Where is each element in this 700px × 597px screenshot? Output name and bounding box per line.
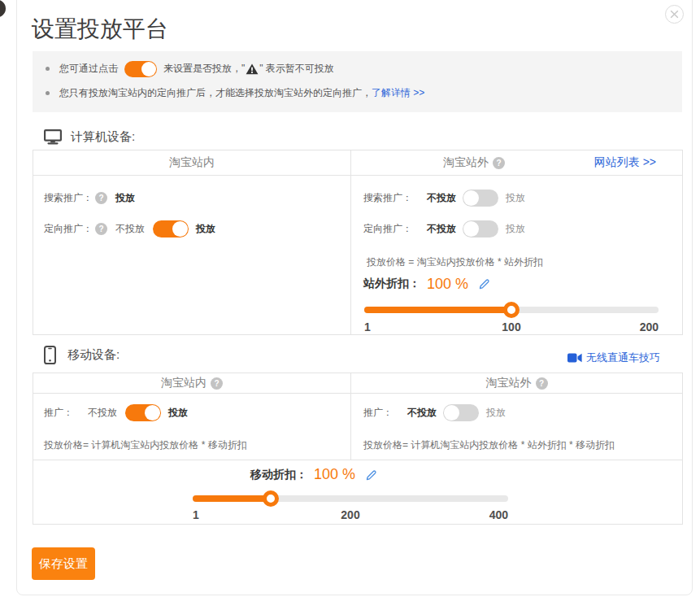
toggle-knob [145,405,160,421]
discount-value: 100 % [314,466,355,483]
header-label-wrap: 淘宝站外 ? [351,150,597,175]
offsite-discount-row: 站外折扣： 100 % [363,273,490,294]
mobile-section-label: 移动设备: [67,347,120,363]
mobile-offsite-header: 淘宝站外 ? [350,373,682,393]
toggle-knob [141,62,156,76]
help-bubble-icon [0,0,8,20]
mobile-section-header: 移动设备: [44,345,120,364]
discount-label: 移动折扣： [250,468,307,482]
toggle-knob [444,405,459,421]
site-list-link[interactable]: 网站列表 >> [594,155,656,170]
slider-knob[interactable] [263,490,279,507]
slider-knob[interactable] [503,302,520,318]
notice-line-2: 您只有投放淘宝站内的定向推广后，才能选择投放淘宝站外的定向推广， 了解详情 >> [46,83,682,103]
toggle-on-label: 投放 [506,191,525,205]
help-icon[interactable]: ? [95,223,107,235]
slider-fill [193,495,271,502]
computer-table: 淘宝站内 淘宝站外 ? 网站列表 >> 搜索推广： ? 投放 [33,150,683,335]
toggle-off-label: 不投放 [407,406,437,420]
computer-onsite-cell: 搜索推广： ? 投放 定向推广： ? 不投放 投放 [33,176,350,334]
mobile-onsite-header: 淘宝站内 ? [33,373,350,393]
discount-label: 站外折扣： [363,277,420,291]
row-label: 定向推广： [363,222,412,236]
mobile-slider-ticks: 1 200 400 [193,508,508,521]
help-icon[interactable]: ? [95,192,107,204]
computer-onsite-target-toggle[interactable] [153,220,189,237]
computer-offsite-target-toggle[interactable] [463,220,498,237]
toggle-off-label: 不投放 [427,191,456,205]
offsite-price-formula: 投放价格 = 淘宝站内投放价格 * 站外折扣 [367,255,543,269]
computer-offsite-search-toggle[interactable] [463,190,498,207]
computer-table-header: 淘宝站内 淘宝站外 ? 网站列表 >> [33,150,682,176]
tick-max: 400 [489,508,508,521]
mobile-offsite-price-formula: 投放价格= 计算机淘宝站内投放价格 * 站外折扣 * 移动折扣 [363,438,615,452]
tick-min: 1 [193,508,199,521]
help-icon[interactable]: ? [536,377,548,390]
toggle-off-label: 不投放 [427,222,456,236]
search-promo-value: 投放 [115,191,135,205]
computer-section-label: 计算机设备: [71,129,135,145]
computer-offsite-search-row: 搜索推广： 不投放 投放 [363,188,525,207]
mobile-table-header: 淘宝站内 ? 淘宝站外 ? [33,373,682,394]
mobile-onsite-cell: 推广： 不投放 投放 投放价格= 计算机淘宝站内投放价格 * 移动折扣 [33,394,350,460]
toggle-on-label: 投放 [506,222,525,236]
mobile-offsite-cell: 推广： 不投放 投放 投放价格= 计算机淘宝站内投放价格 * 站外折扣 * 移动… [350,394,682,460]
mobile-onsite-promo-row: 推广： 不投放 投放 [44,403,188,422]
mobile-discount-slider[interactable] [193,490,508,507]
notice-text: 来设置是否投放，" [163,62,245,76]
example-toggle[interactable] [124,61,157,77]
offsite-slider-ticks: 1 100 200 [364,320,659,333]
bullet-dot [46,91,50,95]
toggle-knob [463,190,479,206]
page: 设置投放平台 您可通过点击 来设置是否投放，" " 表示暂不可投放 您只有投放淘… [0,0,700,597]
slider-fill [364,307,511,313]
wireless-tips-label[interactable]: 无线直通车技巧 [586,351,660,365]
toggle-off-label: 不投放 [115,222,145,236]
notice-box: 您可通过点击 来设置是否投放，" " 表示暂不可投放 您只有投放淘宝站内的定向推… [33,51,682,112]
toggle-off-label: 不投放 [88,406,117,420]
edit-discount-icon[interactable] [366,469,377,481]
header-label: 淘宝站内 [169,155,215,170]
header-label: 淘宝站内 [161,376,207,390]
close-button[interactable] [665,5,684,24]
computer-section-header: 计算机设备: [44,128,135,146]
mobile-icon [44,346,56,364]
notice-text: 您只有投放淘宝站内的定向推广后，才能选择投放淘宝站外的定向推广， [59,86,372,100]
toggle-knob [172,221,188,237]
computer-onsite-search-row: 搜索推广： ? 投放 [44,188,135,207]
help-icon[interactable]: ? [493,157,505,169]
warning-icon [246,63,259,75]
tick-mid: 100 [502,320,520,333]
save-settings-button[interactable]: 保存设置 [32,547,95,580]
toggle-on-label: 投放 [486,406,506,420]
wireless-tips-link[interactable]: 无线直通车技巧 [567,351,660,365]
computer-icon [44,129,62,145]
tick-mid: 200 [341,508,359,521]
mobile-onsite-price-formula: 投放价格= 计算机淘宝站内投放价格 * 移动折扣 [44,438,247,452]
video-icon [567,353,582,363]
tick-min: 1 [364,320,371,333]
computer-offsite-cell: 搜索推广： 不投放 投放 定向推广： 不投放 投放 投 [350,176,682,334]
notice-text: " 表示暂不可投放 [259,62,334,76]
row-label: 搜索推广： [44,191,93,205]
edit-discount-icon[interactable] [479,278,490,290]
mobile-discount-row: 移动折扣： 100 % [250,464,377,485]
toggle-knob [463,221,479,237]
learn-more-link[interactable]: 了解详情 >> [372,86,424,100]
toggle-on-label: 投放 [168,406,188,420]
close-icon [670,10,679,19]
mobile-offsite-promo-toggle[interactable] [443,404,479,421]
row-label: 定向推广： [44,222,93,236]
header-label: 淘宝站外 [443,155,489,170]
mobile-onsite-promo-toggle[interactable] [125,404,161,421]
tick-max: 200 [640,320,659,333]
notice-text: 您可通过点击 [59,62,118,76]
help-icon[interactable]: ? [211,377,223,390]
computer-onsite-target-row: 定向推广： ? 不投放 投放 [44,219,215,238]
notice-line-1: 您可通过点击 来设置是否投放，" " 表示暂不可投放 [46,59,682,79]
page-title: 设置投放平台 [32,18,168,41]
row-label: 推广： [363,406,393,420]
computer-onsite-header: 淘宝站内 [33,150,350,175]
offsite-discount-slider[interactable] [364,302,659,318]
mobile-table: 淘宝站内 ? 淘宝站外 ? 推广： 不投放 投放 投放价格= 计算机淘宝站内 [33,373,683,525]
